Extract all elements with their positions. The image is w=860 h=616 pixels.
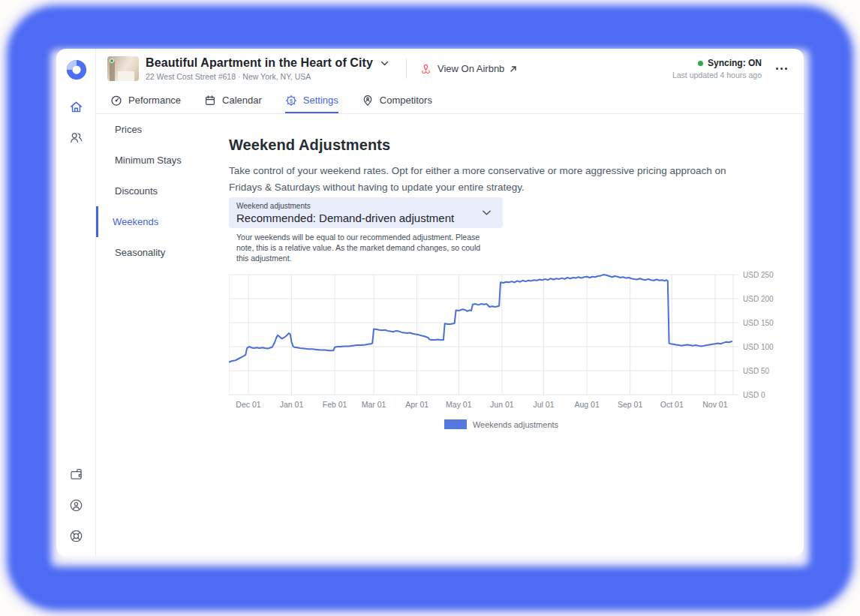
svg-text:Oct 01: Oct 01 <box>660 400 684 409</box>
help-icon[interactable] <box>68 527 84 544</box>
photo-status-dot <box>110 59 114 63</box>
property-photo <box>107 56 139 81</box>
legend-swatch <box>444 419 467 429</box>
home-icon[interactable] <box>68 98 84 115</box>
subnav-item-seasonality[interactable]: Seasonality <box>96 237 229 268</box>
property-chevron-down-icon[interactable] <box>380 59 389 68</box>
svg-text:$: $ <box>290 97 293 104</box>
svg-text:USD 0: USD 0 <box>743 391 765 399</box>
svg-text:Sep 01: Sep 01 <box>618 400 642 409</box>
select-helper-text: Your weekends will be equal to our recom… <box>236 232 484 263</box>
svg-text:USD 100: USD 100 <box>743 343 774 351</box>
app-sidebar <box>56 49 96 556</box>
svg-text:May 01: May 01 <box>446 400 472 409</box>
weekend-adjustment-select[interactable]: Weekend adjustments Recommended: Demand-… <box>229 197 503 228</box>
app-window: Beautiful Apartment in the Heart of City… <box>56 49 804 556</box>
gauge-icon <box>110 95 122 107</box>
property-info: Beautiful Apartment in the Heart of City… <box>146 56 389 81</box>
app-logo <box>65 59 88 81</box>
view-on-airbnb-link[interactable]: View On Airbnb <box>419 62 517 75</box>
subnav-item-discounts[interactable]: Discounts <box>96 176 229 206</box>
chart-legend: Weekends adjustments <box>229 419 774 429</box>
svg-text:USD 200: USD 200 <box>743 295 774 303</box>
svg-text:Mar 01: Mar 01 <box>362 400 386 409</box>
airbnb-icon <box>419 62 432 75</box>
more-menu-button[interactable] <box>774 65 789 73</box>
external-link-icon <box>510 65 517 73</box>
tab-performance[interactable]: Peformance <box>110 89 181 113</box>
header-divider <box>406 59 407 79</box>
team-icon[interactable] <box>68 129 84 146</box>
tab-settings[interactable]: $ Settings <box>285 89 338 113</box>
property-title: Beautiful Apartment in the Heart of City <box>146 56 373 70</box>
gear-dollar-icon: $ <box>285 95 297 107</box>
subnav-item-weekends[interactable]: Weekends <box>96 206 229 237</box>
settings-subnav: Prices Minimum Stays Discounts Weekends … <box>96 114 229 268</box>
account-icon[interactable] <box>68 497 84 513</box>
sync-status-dot <box>698 61 703 66</box>
map-pin-person-icon <box>362 95 374 107</box>
main-tabs: Peformance Calendar $ Settings Competito… <box>96 89 804 114</box>
svg-text:Jul 01: Jul 01 <box>534 400 555 409</box>
calendar-icon <box>204 95 216 107</box>
svg-text:USD 150: USD 150 <box>743 319 774 327</box>
weekend-adjustments-chart: Dec 01Jan 01Feb 01Mar 01Apr 01May 01Jun … <box>229 271 774 429</box>
top-bar: Beautiful Apartment in the Heart of City… <box>96 49 804 89</box>
last-updated-label: Last updated 4 hours ago <box>672 71 762 80</box>
svg-text:Feb 01: Feb 01 <box>323 400 347 409</box>
svg-text:USD 50: USD 50 <box>743 367 769 375</box>
sync-status: Syncing: ON Last updated 4 hours ago <box>672 58 762 80</box>
wallet-icon[interactable] <box>68 466 84 482</box>
tab-calendar[interactable]: Calendar <box>204 89 262 113</box>
line-chart: Dec 01Jan 01Feb 01Mar 01Apr 01May 01Jun … <box>229 271 774 415</box>
chevron-down-icon <box>481 207 492 218</box>
weekend-adjustments-panel: Weekend Adjustments Take control of your… <box>229 114 804 429</box>
legend-label: Weekends adjustments <box>473 420 558 429</box>
sync-status-label: Syncing: ON <box>708 58 762 68</box>
select-value: Recommended: Demand-driven adjustment <box>236 212 454 224</box>
svg-text:Jan 01: Jan 01 <box>280 400 304 409</box>
subnav-item-prices[interactable]: Prices <box>96 114 229 145</box>
page-title: Weekend Adjustments <box>229 137 804 154</box>
property-address: 22 West Cost Street #618 · New York, NY,… <box>146 72 389 81</box>
svg-text:Nov 01: Nov 01 <box>702 400 727 409</box>
page-background: Beautiful Apartment in the Heart of City… <box>0 0 860 616</box>
select-label: Weekend adjustments <box>236 202 311 210</box>
svg-text:USD 250: USD 250 <box>743 271 774 279</box>
airbnb-link-label: View On Airbnb <box>438 63 504 74</box>
svg-text:Dec 01: Dec 01 <box>236 400 260 409</box>
subnav-item-minimum-stays[interactable]: Minimum Stays <box>96 145 229 176</box>
section-description: Take control of your weekend rates. Opt … <box>229 163 754 196</box>
svg-text:Jun 01: Jun 01 <box>490 400 514 409</box>
svg-text:Apr 01: Apr 01 <box>405 400 428 409</box>
svg-text:Aug 01: Aug 01 <box>574 400 599 409</box>
tab-competitors[interactable]: Competitors <box>362 89 432 113</box>
